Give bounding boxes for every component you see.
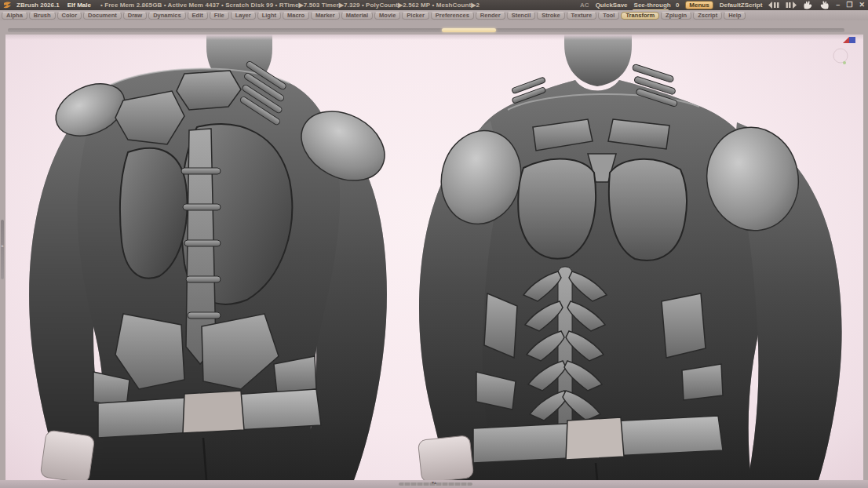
menu-item[interactable]: Edit: [188, 12, 208, 20]
menu-item[interactable]: Zplugin: [661, 12, 691, 20]
memory-stats: • Free Mem 2.865GB • Active Mem 4437 • S…: [100, 2, 480, 9]
torso-sculpt-back-view: [29, 35, 396, 480]
see-through-value: 0: [676, 2, 679, 9]
document-hscrollbar-top[interactable]: [8, 28, 844, 32]
hand-right-icon[interactable]: [819, 1, 830, 9]
menu-item[interactable]: Brush: [29, 12, 56, 20]
restore-icon[interactable]: ❐: [846, 0, 852, 10]
menu-item[interactable]: Light: [257, 12, 281, 20]
menu-item[interactable]: Picker: [402, 12, 429, 20]
menu-item[interactable]: File: [210, 12, 229, 20]
menu-item[interactable]: Dynamics: [148, 12, 185, 20]
minimize-icon[interactable]: –: [836, 0, 840, 10]
menu-item[interactable]: Render: [476, 12, 505, 20]
menu-item[interactable]: Stencil: [507, 12, 536, 20]
quicksave-button[interactable]: QuickSave: [596, 2, 628, 9]
canvas-top-shade: [5, 35, 863, 40]
menu-item[interactable]: Movie: [374, 12, 400, 20]
menu-item[interactable]: Stroke: [537, 12, 564, 20]
menu-item[interactable]: Help: [724, 12, 746, 20]
torso-sculpt-front-view: [418, 35, 841, 480]
menu-item[interactable]: Tool: [598, 12, 619, 20]
canvas-vscrollbar-left[interactable]: »: [1, 220, 4, 279]
menu-item[interactable]: Texture: [567, 12, 597, 20]
menu-item[interactable]: Macro: [283, 12, 309, 20]
titlebar-right-controls: AC QuickSave See-through 0 Menus Default…: [580, 0, 865, 10]
document-name: Elf Male: [67, 2, 91, 9]
see-through-slider[interactable]: See-through 0: [634, 2, 680, 9]
close-icon[interactable]: ✕: [859, 0, 865, 10]
sculpt-viewport: [5, 35, 863, 480]
document-hscrollbar-thumb[interactable]: [442, 28, 496, 32]
hscrollbar-chevrons-icon[interactable]: ▾▴: [426, 479, 442, 486]
orientation-gizmo-icon[interactable]: [832, 46, 849, 66]
dock-right-icon[interactable]: [786, 2, 797, 9]
menu-item[interactable]: Zscript: [693, 12, 722, 20]
menu-bar: Alpha Brush Color Document Draw Dynamics…: [0, 10, 868, 20]
menu-item[interactable]: Layer: [231, 12, 256, 20]
dock-left-icon[interactable]: [768, 2, 779, 9]
ac-indicator[interactable]: AC: [580, 2, 589, 9]
see-through-label: See-through: [634, 2, 671, 9]
document-frame-strip: [0, 20, 868, 35]
menu-item[interactable]: Draw: [123, 12, 147, 20]
menu-item[interactable]: Preferences: [431, 12, 474, 20]
menu-item[interactable]: Transform: [621, 12, 659, 20]
menu-item[interactable]: Color: [57, 12, 82, 20]
vscrollbar-chevron-icon: »: [0, 243, 5, 253]
menu-item[interactable]: Document: [83, 12, 122, 20]
zbrush-logo-icon: [3, 2, 12, 9]
menu-item[interactable]: Marker: [311, 12, 340, 20]
title-bar: ZBrush 2026.1 Elf Male • Free Mem 2.865G…: [0, 0, 868, 10]
app-title: ZBrush 2026.1: [16, 2, 60, 9]
menus-toggle-button[interactable]: Menus: [685, 1, 713, 9]
hand-left-icon[interactable]: [803, 1, 813, 9]
canvas-corner-widget-icon[interactable]: [843, 37, 855, 43]
zbrush-window: ZBrush 2026.1 Elf Male • Free Mem 2.865G…: [0, 0, 868, 488]
default-zscript-button[interactable]: DefaultZScript: [720, 2, 763, 9]
sculpt-canvas[interactable]: [5, 35, 863, 480]
menu-item[interactable]: Alpha: [2, 12, 27, 20]
menu-item[interactable]: Material: [341, 12, 373, 20]
